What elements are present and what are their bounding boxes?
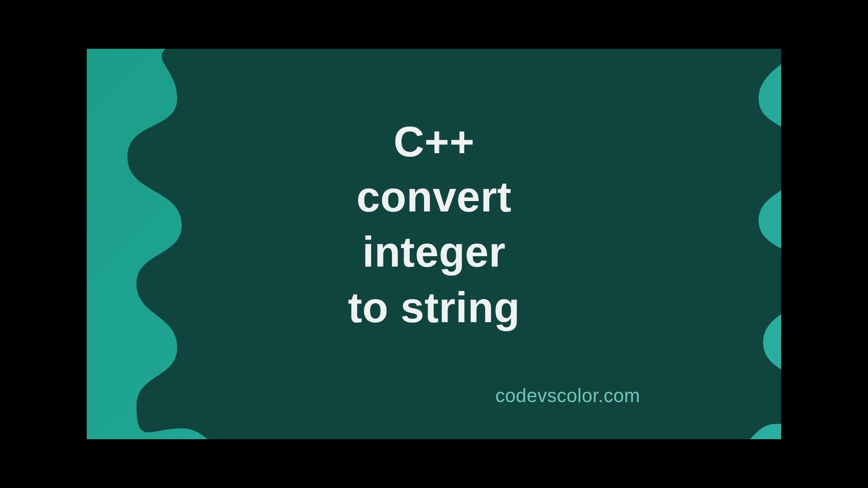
site-label: codevscolor.com xyxy=(495,385,640,407)
page-stage: C++ convert integer to string codevscolo… xyxy=(0,0,868,488)
banner-card: C++ convert integer to string codevscolo… xyxy=(87,49,781,439)
banner-title: C++ convert integer to string xyxy=(87,114,781,335)
